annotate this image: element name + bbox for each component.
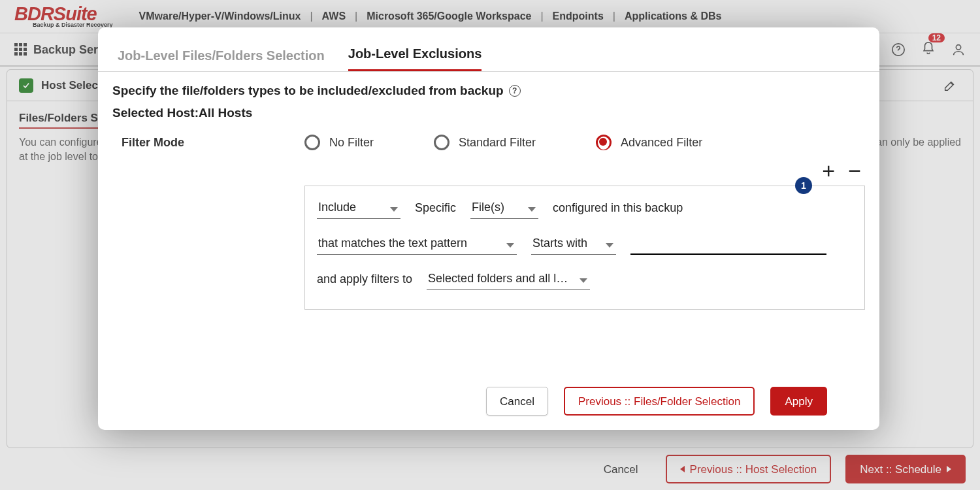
notification-count: 12 <box>928 33 945 42</box>
chevron-down-icon <box>606 243 613 248</box>
wizard-prev-label: Previous :: Host Selection <box>690 464 817 475</box>
apps-grid-icon[interactable] <box>14 43 27 56</box>
chevron-left-icon <box>680 466 685 472</box>
radio-icon <box>596 135 612 150</box>
nav-item-m365[interactable]: Microsoft 365/Google Workspace <box>367 11 531 22</box>
remove-rule-button[interactable]: − <box>848 159 861 182</box>
tab-files-selection[interactable]: Job-Level Files/Folders Selection <box>118 49 325 71</box>
modal-subheader: Specify the file/folders types to be inc… <box>112 84 504 98</box>
radio-label: Advanced Filter <box>621 136 702 150</box>
select-value: that matches the text pattern <box>318 237 467 250</box>
rule-box: 1 Include Specific File(s) configured in… <box>304 186 865 310</box>
user-icon[interactable] <box>951 42 966 57</box>
target-type-select[interactable]: File(s) <box>470 201 538 219</box>
wizard-footer: Cancel Previous :: Host Selection Next :… <box>0 448 980 490</box>
help-icon[interactable] <box>891 42 906 57</box>
pattern-input[interactable] <box>630 236 826 255</box>
match-mode-select[interactable]: that matches the text pattern <box>317 237 517 255</box>
brand-logo: BDRSuite Backup & Disaster Recovery <box>14 5 113 28</box>
select-value: File(s) <box>472 201 504 214</box>
wizard-next-label: Next :: Schedule <box>860 464 941 475</box>
modal-apply-button[interactable]: Apply <box>770 387 827 416</box>
apply-scope-select[interactable]: Selected folders and all levels o… <box>427 272 590 290</box>
modal-prev-button[interactable]: Previous :: Files/Folder Selection <box>564 387 755 416</box>
select-value: Selected folders and all levels o… <box>428 272 569 286</box>
chevron-down-icon <box>506 243 514 248</box>
wizard-prev-button[interactable]: Previous :: Host Selection <box>666 455 832 483</box>
check-icon <box>19 78 33 93</box>
nav-item-endpoints[interactable]: Endpoints <box>553 11 604 22</box>
apply-label: and apply filters to <box>317 272 412 290</box>
radio-standard-filter[interactable]: Standard Filter <box>434 135 536 150</box>
configured-label: configured in this backup <box>553 201 683 219</box>
include-exclude-select[interactable]: Include <box>317 201 400 219</box>
edit-icon[interactable] <box>943 78 957 93</box>
select-value: Include <box>318 201 356 214</box>
modal-cancel-button[interactable]: Cancel <box>486 387 548 416</box>
wizard-next-button[interactable]: Next :: Schedule <box>845 455 966 483</box>
radio-label: Standard Filter <box>459 136 536 150</box>
modal-tabs: Job-Level Files/Folders Selection Job-Le… <box>98 27 879 72</box>
chevron-down-icon <box>580 278 587 283</box>
radio-label: No Filter <box>329 136 374 150</box>
nav-item-aws[interactable]: AWS <box>322 11 346 22</box>
selected-host-value: All Hosts <box>199 106 252 120</box>
tab-exclusions[interactable]: Job-Level Exclusions <box>348 47 482 71</box>
chevron-down-icon <box>390 207 398 212</box>
info-icon[interactable]: ? <box>509 85 521 97</box>
wizard-cancel-button[interactable]: Cancel <box>591 455 651 483</box>
svg-point-1 <box>956 44 960 49</box>
exclusions-modal: Job-Level Files/Folders Selection Job-Le… <box>98 27 879 430</box>
match-op-select[interactable]: Starts with <box>531 237 616 255</box>
specific-label: Specific <box>415 201 456 219</box>
select-value: Starts with <box>532 237 587 250</box>
selected-host-label: Selected Host: <box>112 106 199 120</box>
radio-no-filter[interactable]: No Filter <box>304 135 374 150</box>
brand-name: BDRSuite <box>14 5 113 24</box>
bell-icon <box>921 41 936 56</box>
radio-icon <box>434 135 449 150</box>
chevron-down-icon <box>528 207 536 212</box>
nav-item-vmware[interactable]: VMware/Hyper-V/Windows/Linux <box>139 11 301 22</box>
add-rule-button[interactable]: + <box>822 159 835 182</box>
notifications-button[interactable]: 12 <box>921 41 936 58</box>
filter-mode-label: Filter Mode <box>122 136 304 150</box>
chevron-right-icon <box>947 466 951 472</box>
nav-item-apps[interactable]: Applications & DBs <box>625 11 721 22</box>
radio-icon <box>304 135 320 150</box>
filter-mode-row: Filter Mode No Filter Standard Filter Ad… <box>122 135 879 150</box>
radio-advanced-filter[interactable]: Advanced Filter <box>596 135 702 150</box>
rule-index-badge: 1 <box>795 177 812 194</box>
